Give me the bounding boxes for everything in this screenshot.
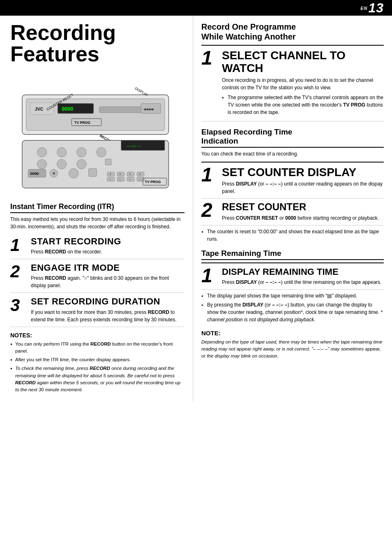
note-item-1: You can only perform ITR using the RECOR… [10, 341, 184, 355]
svg-point-21 [77, 160, 86, 169]
svg-text:+: + [109, 172, 111, 176]
note-text: Depending on the type of tape used, ther… [201, 339, 384, 360]
step-3-number: 3 [10, 295, 27, 314]
svg-text:+: + [139, 172, 141, 176]
notes-title: NOTES: [10, 332, 184, 339]
tape-remaining-section: Tape Remaining Time 1 DISPLAY REMAINING … [201, 249, 384, 323]
svg-point-15 [37, 148, 47, 157]
svg-text:−: − [119, 178, 121, 181]
elapsed-section: Elapsed Recording TimeIndication You can… [201, 128, 384, 243]
en-label: EN [360, 6, 367, 11]
svg-rect-28 [89, 169, 97, 176]
svg-text:+: + [129, 172, 131, 176]
itr-description: This easy method lets you record for fro… [10, 216, 184, 230]
record-step-1-text: Once recording is in progress, all you n… [222, 77, 384, 91]
itr-title: Instant Timer Recording (ITR) [10, 202, 184, 213]
elapsed-bullets: The counter is reset to "0:00:00" and sh… [201, 228, 384, 243]
record-step-1-heading: SELECT CHANNEL TO WATCH [222, 49, 384, 75]
svg-point-27 [69, 169, 78, 178]
step-2-number: 2 [10, 261, 27, 280]
svg-text:TV PROG: TV PROG [145, 180, 161, 184]
step-3-container: 3 SET RECORDING DURATION If you want to … [10, 295, 184, 327]
record-step-1: 1 SELECT CHANNEL TO WATCH Once recording… [201, 48, 384, 121]
step-1-text: Press RECORD on the recorder. [31, 248, 184, 255]
svg-point-17 [77, 148, 86, 157]
svg-text:✕: ✕ [52, 171, 55, 176]
step-2-container: 2 ENGAGE ITR MODE Press RECORD again. "○… [10, 261, 184, 293]
note-title: NOTE: [201, 330, 384, 337]
step-2-content: ENGAGE ITR MODE Press RECORD again. "○" … [29, 261, 184, 293]
vcr-illustration: JVC 0000 ◀◀ ▶▶ COUNTER RESET DISPLAY TV … [10, 69, 184, 196]
elapsed-step-2-num: 2 [201, 200, 220, 220]
tape-bullet-1: The display panel shows the tape remaini… [201, 292, 384, 300]
svg-text:◀◀ ▶▶: ◀◀ ▶▶ [143, 107, 154, 111]
main-title: RecordingFeatures [10, 22, 184, 65]
step-1-heading: START RECORDING [31, 237, 184, 246]
notes-section: NOTES: You can only perform ITR using th… [10, 332, 184, 394]
elapsed-title: Elapsed Recording TimeIndication [201, 128, 384, 148]
svg-point-19 [37, 160, 47, 169]
svg-text:−: − [109, 178, 111, 181]
step-1-number: 1 [10, 235, 27, 254]
note-box: NOTE: Depending on the type of tape used… [201, 330, 384, 360]
tape-step-1-heading: DISPLAY REMAINING TIME [222, 267, 384, 277]
tape-step-1-text: Press DISPLAY (or – –:– –) until the tim… [222, 279, 384, 286]
right-column: Record One ProgrammeWhile Watching Anoth… [193, 16, 392, 401]
vcr-svg: JVC 0000 ◀◀ ▶▶ COUNTER RESET DISPLAY TV … [10, 69, 184, 196]
step-3-heading: SET RECORDING DURATION [31, 297, 184, 307]
tape-bullets: The display panel shows the tape remaini… [201, 292, 384, 323]
step-2-heading: ENGAGE ITR MODE [31, 263, 184, 273]
tape-step-1-num: 1 [201, 266, 220, 286]
notes-list: You can only perform ITR using the RECOR… [10, 341, 184, 394]
svg-rect-22 [105, 159, 111, 165]
svg-text:+: + [119, 172, 121, 176]
svg-point-20 [57, 160, 67, 169]
step-3-content: SET RECORDING DURATION If you want to re… [29, 295, 184, 326]
svg-point-18 [97, 148, 106, 157]
elapsed-bullet-1: The counter is reset to "0:00:00" and sh… [201, 228, 384, 243]
svg-text:JVC: JVC [35, 107, 44, 111]
step-3-text: If you want to record for more than 30 m… [31, 309, 184, 323]
divider-2 [201, 162, 384, 163]
svg-text:0000: 0000 [30, 171, 39, 176]
elapsed-step-1-num: 1 [201, 165, 220, 185]
record-step-1-content: SELECT CHANNEL TO WATCH Once recording i… [222, 48, 384, 118]
svg-rect-6 [99, 107, 147, 112]
svg-text:– –:– –: – –:– – [127, 143, 141, 148]
tape-step-1-content: DISPLAY REMAINING TIME Press DISPLAY (or… [222, 266, 384, 286]
elapsed-step-1-text: Press DISPLAY (or – –:– –) until a count… [222, 180, 384, 195]
record-step-1-bullets: The programme selected with the TV's cha… [222, 94, 384, 116]
svg-text:−: − [129, 178, 131, 181]
record-step-1-num: 1 [201, 48, 220, 68]
divider-1 [201, 45, 384, 46]
tape-remaining-title: Tape Remaining Time [201, 249, 384, 260]
elapsed-step-1-content: SET COUNTER DISPLAY Press DISPLAY (or – … [222, 165, 384, 195]
page-num: 13 [368, 0, 384, 15]
tape-bullet-2: By pressing the DISPLAY (or – –:– –) but… [201, 301, 384, 323]
left-column: RecordingFeatures JVC 0000 ◀◀ ▶▶ [0, 16, 193, 401]
note-item-3: To check the remaining time, press RECOR… [10, 365, 184, 393]
top-bar: EN13 [0, 0, 392, 16]
svg-text:0000: 0000 [62, 106, 73, 112]
itr-section: Instant Timer Recording (ITR) This easy … [10, 202, 184, 327]
main-content: RecordingFeatures JVC 0000 ◀◀ ▶▶ [0, 16, 392, 401]
step-1-content: START RECORDING Press RECORD on the reco… [29, 235, 184, 259]
elapsed-step-1-heading: SET COUNTER DISPLAY [222, 166, 384, 179]
record-one-title: Record One ProgrammeWhile Watching Anoth… [201, 22, 384, 42]
step-1-container: 1 START RECORDING Press RECORD on the re… [10, 235, 184, 259]
tape-step-1: 1 DISPLAY REMAINING TIME Press DISPLAY (… [201, 266, 384, 290]
elapsed-step-2-content: RESET COUNTER Press COUNTER RESET or 000… [222, 200, 384, 221]
record-bullet-1: The programme selected with the TV's cha… [222, 94, 384, 116]
record-one-section: Record One ProgrammeWhile Watching Anoth… [201, 22, 384, 121]
elapsed-step-2: 2 RESET COUNTER Press COUNTER RESET or 0… [201, 200, 384, 225]
elapsed-step-2-heading: RESET COUNTER [222, 202, 384, 212]
svg-point-16 [57, 148, 67, 157]
svg-text:−: − [139, 178, 141, 181]
svg-text:TV PROG: TV PROG [74, 121, 90, 125]
elapsed-step-1: 1 SET COUNTER DISPLAY Press DISPLAY (or … [201, 165, 384, 199]
elapsed-description: You can check the exact time of a record… [201, 150, 384, 158]
page-number: EN13 [360, 0, 384, 16]
step-2-text: Press RECORD again. "○" blinks and 0:30 … [31, 274, 184, 289]
divider-3 [201, 262, 384, 263]
note-item-2: After you set the ITR time, the counter … [10, 356, 184, 363]
